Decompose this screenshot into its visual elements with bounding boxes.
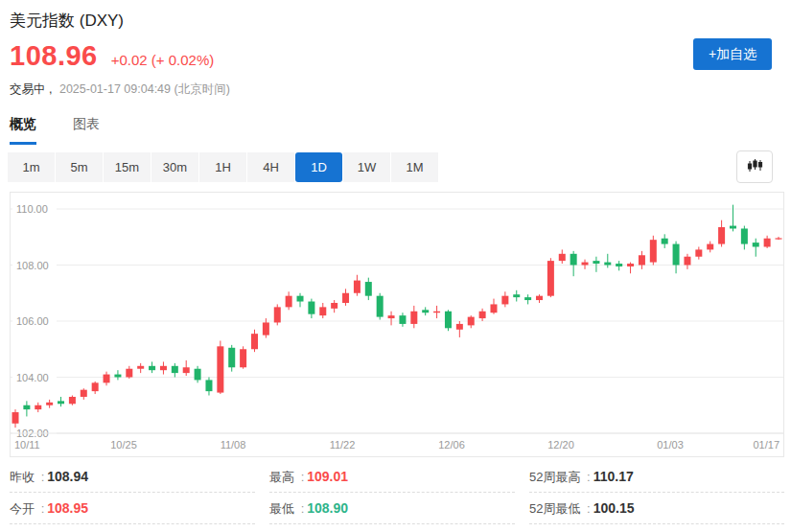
add-watchlist-button[interactable]: +加自选: [693, 38, 772, 70]
svg-text:10/11: 10/11: [14, 439, 40, 451]
svg-text:104.00: 104.00: [16, 372, 49, 383]
stats-column: 最高 :109.01最低 :108.90: [269, 461, 515, 524]
svg-text:11/08: 11/08: [221, 439, 246, 451]
tab-chart[interactable]: 图表: [73, 116, 100, 145]
stat-week52-low: 52周最低 :100.15: [529, 493, 784, 524]
tab-overview[interactable]: 概览: [10, 116, 36, 145]
svg-text:01/03: 01/03: [657, 439, 684, 451]
chart-canvas: 110.00108.00106.00104.00102.0010/1110/25…: [11, 193, 783, 456]
stats-column: 昨收 :108.94今开 :108.95: [10, 461, 255, 524]
svg-text:108.00: 108.00: [16, 260, 49, 271]
stat-label: 最高: [269, 470, 298, 484]
period-button-30m[interactable]: 30m: [151, 152, 198, 182]
stat-high: 最高 :109.01: [269, 461, 515, 493]
chart-type-button[interactable]: [736, 150, 773, 183]
trading-status: 交易中 ,: [10, 82, 52, 96]
period-button-1h[interactable]: 1H: [199, 152, 246, 182]
stat-prev-close: 昨收 :108.94: [10, 461, 255, 493]
stat-value: 109.01: [307, 469, 348, 484]
candlestick-icon: [747, 158, 763, 176]
quote-timestamp: 2025-01-17 09:04:49 (北京时间): [59, 82, 230, 96]
stat-week52-high: 52周最高 :110.17: [529, 461, 784, 493]
period-button-15m[interactable]: 15m: [104, 152, 151, 182]
main-tabs: 概览 图表: [10, 116, 100, 145]
stats-column: 52周最高 :110.1752周最低 :100.15: [529, 461, 784, 524]
stat-value: 108.95: [47, 500, 88, 516]
stat-value: 108.90: [307, 500, 348, 516]
trading-status-row: 交易中 , 2025-01-17 09:04:49 (北京时间): [10, 81, 230, 98]
period-selector: 1m5m15m30m1H4H1D1W1M: [8, 152, 439, 182]
svg-text:01/17: 01/17: [753, 439, 779, 451]
svg-text:12/20: 12/20: [547, 439, 574, 451]
svg-text:110.00: 110.00: [16, 203, 48, 215]
period-button-4h[interactable]: 4H: [247, 152, 294, 182]
candlestick-chart[interactable]: 110.00108.00106.00104.00102.0010/1110/25…: [10, 192, 784, 457]
period-button-1m[interactable]: 1M: [391, 152, 438, 182]
stat-open: 今开 :108.95: [10, 493, 255, 524]
page-title: 美元指数 (DXY): [10, 10, 124, 32]
price-row: 108.96 +0.02 (+ 0.02%): [10, 40, 214, 72]
svg-text:10/25: 10/25: [110, 439, 137, 451]
stat-low: 最低 :108.90: [269, 493, 515, 524]
period-button-1d[interactable]: 1D: [295, 152, 342, 182]
current-price: 108.96: [10, 40, 98, 72]
stat-label: 今开: [10, 501, 38, 516]
svg-text:106.00: 106.00: [16, 315, 49, 327]
stat-value: 108.94: [47, 469, 88, 484]
svg-text:12/06: 12/06: [438, 439, 465, 451]
stat-label: 52周最低: [529, 501, 584, 516]
price-change: +0.02 (+ 0.02%): [111, 52, 215, 68]
period-button-1m[interactable]: 1m: [8, 152, 55, 182]
stat-label: 最低: [269, 501, 298, 516]
svg-text:11/22: 11/22: [330, 439, 356, 451]
stat-value: 100.15: [593, 500, 635, 516]
stat-label: 52周最高: [529, 470, 584, 484]
stat-value: 110.17: [593, 469, 634, 484]
stat-label: 昨收: [10, 470, 38, 484]
stats-grid: 昨收 :108.94今开 :108.95最高 :109.01最低 :108.90…: [10, 461, 784, 524]
period-button-1w[interactable]: 1W: [343, 152, 390, 182]
period-button-5m[interactable]: 5m: [56, 152, 103, 182]
